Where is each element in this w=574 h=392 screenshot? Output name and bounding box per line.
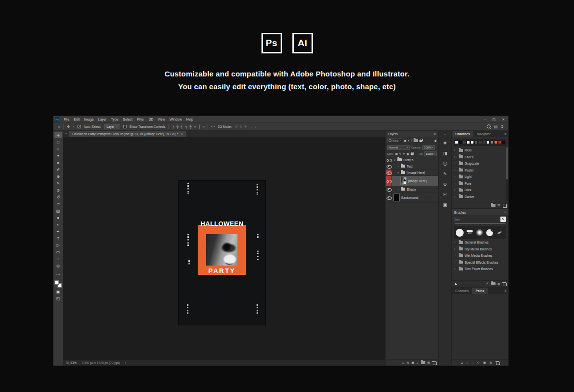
new-layer-icon[interactable]: ⊞ bbox=[427, 361, 430, 365]
menu-filter[interactable]: Filter bbox=[137, 118, 145, 121]
chevron-right-icon[interactable]: › bbox=[397, 188, 399, 191]
group-row-rgb[interactable]: ›RGB bbox=[452, 147, 505, 154]
document-tab[interactable]: Halloween Party Instagram Story 05.psd @… bbox=[69, 131, 186, 137]
chevron-right-icon[interactable]: › bbox=[454, 182, 457, 185]
new-group-icon[interactable] bbox=[491, 204, 496, 207]
status-chevron-icon[interactable]: › bbox=[125, 361, 126, 365]
lock-position-icon[interactable]: ✛ bbox=[403, 152, 405, 155]
rectangle-tool-icon[interactable]: ▭ bbox=[54, 249, 62, 255]
new-swatch-icon[interactable]: ⊞ bbox=[497, 203, 500, 207]
filter-toggle-icon[interactable]: ◉ bbox=[434, 139, 437, 142]
delete-layer-icon[interactable] bbox=[432, 361, 436, 365]
foreground-color-chip[interactable] bbox=[54, 280, 59, 285]
add-mask-icon[interactable]: ▣ bbox=[483, 361, 486, 365]
scrollbar-thumb[interactable] bbox=[506, 147, 508, 179]
slide-3d-icon[interactable]: ↔ bbox=[249, 125, 253, 129]
lock-paint-icon[interactable]: ✎ bbox=[399, 152, 401, 155]
share-icon[interactable]: ↥ bbox=[500, 124, 504, 129]
color-swatch[interactable] bbox=[459, 141, 462, 144]
align-center-vertical-icon[interactable]: ╫ bbox=[189, 125, 192, 128]
spot-healing-brush-tool-icon[interactable]: ⊕ bbox=[54, 173, 62, 179]
align-right-icon[interactable]: ╡ bbox=[181, 125, 183, 128]
layer-row-body[interactable]: ›Text bbox=[392, 163, 438, 169]
menu-window[interactable]: Window bbox=[170, 118, 182, 121]
path-as-selection-icon[interactable]: ◌ bbox=[472, 361, 474, 365]
zoom-tool-icon[interactable]: ◎ bbox=[54, 263, 62, 269]
brush-settings-panel-icon[interactable]: ✎ bbox=[441, 171, 449, 177]
quick-mask-icon[interactable]: ▣ bbox=[54, 289, 62, 294]
menu-view[interactable]: View bbox=[158, 118, 165, 121]
history-brush-tool-icon[interactable]: ↺ bbox=[54, 194, 62, 200]
chevron-right-icon[interactable]: › bbox=[454, 148, 457, 152]
fill-path-icon[interactable]: ● bbox=[461, 361, 463, 365]
chevron-right-icon[interactable]: › bbox=[454, 188, 457, 192]
eye-icon[interactable] bbox=[387, 196, 391, 199]
lock-transparency-icon[interactable]: ▦ bbox=[395, 152, 398, 155]
layer-row-body[interactable]: [Image Here] bbox=[392, 176, 438, 186]
zoom-level-value[interactable]: 33,33% bbox=[66, 361, 77, 365]
color-swatch[interactable] bbox=[478, 141, 482, 144]
hand-tool-icon[interactable]: ☞ bbox=[54, 256, 62, 262]
layer-thumbnail[interactable] bbox=[400, 177, 407, 185]
menu-image[interactable]: Image bbox=[84, 118, 93, 121]
pen-tool-icon[interactable]: ✒ bbox=[54, 228, 62, 234]
roll-3d-icon[interactable]: ↻ bbox=[239, 125, 242, 129]
color-swatch[interactable] bbox=[463, 141, 466, 144]
fill-dropdown[interactable]: 100% ∨ bbox=[424, 151, 437, 156]
paths-list-empty[interactable] bbox=[452, 294, 508, 359]
info-panel-icon[interactable]: ⓘ bbox=[441, 160, 449, 167]
blend-mode-dropdown[interactable]: Normal ∨ bbox=[387, 145, 410, 150]
color-swatch[interactable] bbox=[502, 141, 505, 144]
group-row-dry-media-brushes[interactable]: ›Dry Media Brushes bbox=[452, 246, 508, 253]
group-row-dark[interactable]: ›Dark bbox=[452, 187, 505, 194]
document-canvas[interactable]: HALLOWEEN PARTY bbox=[179, 181, 265, 325]
tab-swatches[interactable]: Swatches bbox=[452, 131, 473, 137]
chevron-right-icon[interactable]: › bbox=[454, 261, 457, 264]
panel-menu-icon[interactable]: ≡ bbox=[504, 211, 506, 214]
color-swatch[interactable] bbox=[490, 141, 494, 144]
tab-close-icon[interactable]: × bbox=[181, 132, 183, 136]
menu-layer[interactable]: Layer bbox=[98, 118, 107, 121]
canvas-area[interactable]: HALLOWEEN PARTY bbox=[63, 137, 385, 359]
color-swatch[interactable] bbox=[467, 141, 470, 144]
auto-select-checkbox[interactable]: ✓ bbox=[78, 125, 81, 128]
layer-row-body[interactable]: ∨Story 5 bbox=[392, 157, 438, 163]
color-swatch[interactable] bbox=[486, 141, 490, 144]
move-tool-icon[interactable]: ✛ bbox=[54, 132, 62, 138]
sampled-brush-thumb[interactable]: 400 bbox=[467, 230, 473, 235]
align-bottom-icon[interactable]: ╧ bbox=[194, 125, 196, 128]
visibility-cell[interactable] bbox=[386, 176, 392, 186]
eye-icon[interactable] bbox=[387, 158, 391, 162]
more-tools-icon[interactable]: ⋯ bbox=[54, 271, 62, 277]
new-path-icon[interactable]: ⊞ bbox=[490, 361, 492, 365]
gradient-tool-icon[interactable]: ▨ bbox=[54, 208, 62, 214]
new-brush-icon[interactable]: ⊞ bbox=[497, 282, 500, 286]
eye-icon[interactable] bbox=[387, 171, 391, 174]
stroke-preview-button[interactable]: ✎ bbox=[500, 217, 506, 222]
distribute-horizontal-icon[interactable]: ║ bbox=[198, 125, 201, 128]
group-row-grayscale[interactable]: ›Grayscale bbox=[452, 160, 505, 167]
layer-thumbnail[interactable] bbox=[393, 194, 400, 201]
move-tool-preset-icon[interactable]: ✛ bbox=[67, 124, 70, 129]
new-group-icon[interactable] bbox=[491, 282, 496, 285]
group-row-general-brushes[interactable]: ›General Brushes bbox=[452, 239, 508, 246]
menu-help[interactable]: Help bbox=[186, 118, 193, 121]
layer-style-icon[interactable]: fx bbox=[407, 361, 409, 365]
delete-path-icon[interactable] bbox=[496, 361, 499, 365]
group-row-special-effects-brushes[interactable]: ›Special Effects Brushes bbox=[452, 259, 508, 266]
close-button[interactable]: ✕ bbox=[502, 118, 505, 122]
align-top-icon[interactable]: ╤ bbox=[185, 125, 187, 128]
panel-menu-icon[interactable]: ≡ bbox=[502, 132, 508, 136]
group-row-light[interactable]: ›Light bbox=[452, 173, 505, 180]
visibility-cell[interactable] bbox=[386, 193, 392, 202]
scrollbar[interactable] bbox=[506, 147, 508, 201]
delete-swatch-icon[interactable] bbox=[502, 203, 506, 208]
group-row-torn-paper-brushes[interactable]: ›Torn Paper Brushes bbox=[452, 266, 508, 272]
layer-row[interactable]: ›Text bbox=[386, 163, 438, 170]
visibility-cell[interactable] bbox=[386, 157, 392, 163]
chevron-right-icon[interactable]: › bbox=[454, 175, 457, 178]
eyedropper-tool-icon[interactable]: ✐ bbox=[54, 167, 62, 172]
color-swatch[interactable] bbox=[474, 141, 478, 144]
group-row-pure[interactable]: ›Pure bbox=[452, 180, 505, 187]
filter-locked-layers-icon[interactable] bbox=[419, 139, 422, 142]
